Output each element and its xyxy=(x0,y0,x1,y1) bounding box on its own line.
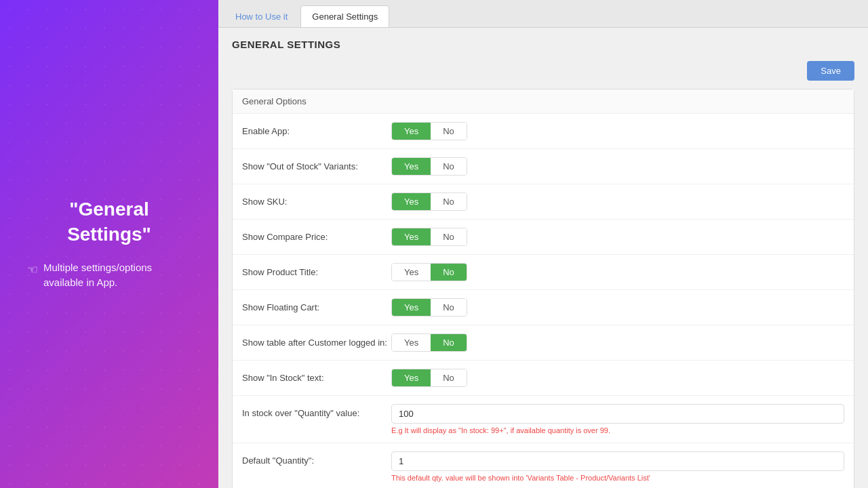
setting-label-default-quantity: Default "Quantity": xyxy=(242,451,391,466)
toggle-no-show-compare-price[interactable]: No xyxy=(431,228,467,245)
setting-control-show-sku: YesNo xyxy=(391,192,844,211)
setting-label-show-in-stock-text: Show "In Stock" text: xyxy=(242,369,391,383)
toggle-yes-enable-app[interactable]: Yes xyxy=(392,123,431,140)
setting-label-show-floating-cart: Show Floating Cart: xyxy=(242,298,391,312)
setting-label-show-compare-price: Show Compare Price: xyxy=(242,228,391,242)
setting-row-show-floating-cart: Show Floating Cart:YesNo xyxy=(233,290,854,325)
main-content: How to Use it General Settings GENERAL S… xyxy=(218,0,868,488)
setting-control-show-compare-price: YesNo xyxy=(391,228,844,246)
toggle-group-enable-app: YesNo xyxy=(391,122,467,140)
setting-control-enable-app: YesNo xyxy=(391,122,844,140)
toggle-yes-show-in-stock-text[interactable]: Yes xyxy=(392,369,431,386)
toggle-no-show-in-stock-text[interactable]: No xyxy=(431,369,467,386)
setting-control-show-in-stock-text: YesNo xyxy=(391,369,844,387)
toggle-group-show-after-logged: YesNo xyxy=(391,333,467,352)
setting-label-enable-app: Enable App: xyxy=(242,122,391,136)
tab-how-to-use[interactable]: How to Use it xyxy=(224,5,299,27)
options-box: General Options Enable App:YesNoShow "Ou… xyxy=(232,89,854,488)
setting-control-default-quantity: This default qty. value will be shown in… xyxy=(391,451,844,482)
setting-row-show-in-stock-text: Show "In Stock" text:YesNo xyxy=(233,361,854,396)
settings-container: Enable App:YesNoShow "Out of Stock" Vari… xyxy=(233,114,854,488)
setting-label-show-after-logged: Show table after Customer logged in: xyxy=(242,333,391,348)
sidebar-title: "General Settings" xyxy=(27,197,191,247)
setting-label-show-product-title: Show Product Title: xyxy=(242,263,391,277)
setting-row-show-sku: Show SKU:YesNo xyxy=(233,184,854,220)
toggle-group-out-of-stock: YesNo xyxy=(391,157,467,176)
toggle-yes-show-after-logged[interactable]: Yes xyxy=(392,334,431,351)
options-header: General Options xyxy=(233,89,854,114)
toggle-no-out-of-stock[interactable]: No xyxy=(431,158,467,175)
toggle-no-show-sku[interactable]: No xyxy=(431,193,467,210)
toggle-yes-show-sku[interactable]: Yes xyxy=(392,193,431,210)
toggle-group-show-floating-cart: YesNo xyxy=(391,298,467,317)
save-button[interactable]: Save xyxy=(807,61,854,81)
page-title: GENERAL SETTINGS xyxy=(232,39,854,50)
setting-control-show-floating-cart: YesNo xyxy=(391,298,844,317)
setting-row-default-quantity: Default "Quantity":This default qty. val… xyxy=(233,443,854,488)
toggle-yes-out-of-stock[interactable]: Yes xyxy=(392,158,431,175)
hand-icon: ☜ xyxy=(27,261,38,279)
toggle-yes-show-compare-price[interactable]: Yes xyxy=(392,228,431,245)
toggle-group-show-compare-price: YesNo xyxy=(391,228,467,246)
setting-row-in-stock-quantity: In stock over "Quantity" value:E.g It wi… xyxy=(233,396,854,443)
input-default-quantity[interactable] xyxy=(391,451,844,471)
toggle-no-show-floating-cart[interactable]: No xyxy=(431,299,467,316)
sidebar: "General Settings" ☜ Multiple settings/o… xyxy=(0,0,218,488)
sidebar-content: "General Settings" ☜ Multiple settings/o… xyxy=(27,197,191,291)
input-in-stock-quantity[interactable] xyxy=(391,404,844,424)
setting-label-out-of-stock: Show "Out of Stock" Variants: xyxy=(242,157,391,171)
setting-control-in-stock-quantity: E.g It will display as "In stock: 99+", … xyxy=(391,404,844,434)
toggle-no-enable-app[interactable]: No xyxy=(431,123,467,140)
setting-control-out-of-stock: YesNo xyxy=(391,157,844,176)
toggle-group-show-in-stock-text: YesNo xyxy=(391,369,467,387)
toggle-yes-show-floating-cart[interactable]: Yes xyxy=(392,299,431,316)
setting-row-show-product-title: Show Product Title:YesNo xyxy=(233,255,854,290)
content-area: GENERAL SETTINGS Save General Options En… xyxy=(218,28,868,488)
toggle-no-show-product-title[interactable]: No xyxy=(431,264,467,281)
tab-general-settings[interactable]: General Settings xyxy=(300,5,389,27)
toggle-group-show-sku: YesNo xyxy=(391,192,467,211)
tabs-bar: How to Use it General Settings xyxy=(218,0,868,28)
hint-default-quantity: This default qty. value will be shown in… xyxy=(391,474,844,482)
setting-control-show-after-logged: YesNo xyxy=(391,333,844,352)
setting-row-show-compare-price: Show Compare Price:YesNo xyxy=(233,220,854,255)
save-row: Save xyxy=(232,61,854,81)
setting-row-out-of-stock: Show "Out of Stock" Variants:YesNo xyxy=(233,149,854,184)
toggle-yes-show-product-title[interactable]: Yes xyxy=(392,264,431,281)
toggle-group-show-product-title: YesNo xyxy=(391,263,467,281)
toggle-no-show-after-logged[interactable]: No xyxy=(431,334,467,351)
setting-row-show-after-logged: Show table after Customer logged in:YesN… xyxy=(233,325,854,361)
setting-control-show-product-title: YesNo xyxy=(391,263,844,281)
setting-label-show-sku: Show SKU: xyxy=(242,192,391,207)
sidebar-desc-text: Multiple settings/options available in A… xyxy=(43,260,191,291)
setting-label-in-stock-quantity: In stock over "Quantity" value: xyxy=(242,404,391,418)
hint-in-stock-quantity: E.g It will display as "In stock: 99+", … xyxy=(391,426,844,434)
setting-row-enable-app: Enable App:YesNo xyxy=(233,114,854,149)
sidebar-description: ☜ Multiple settings/options available in… xyxy=(27,260,191,291)
